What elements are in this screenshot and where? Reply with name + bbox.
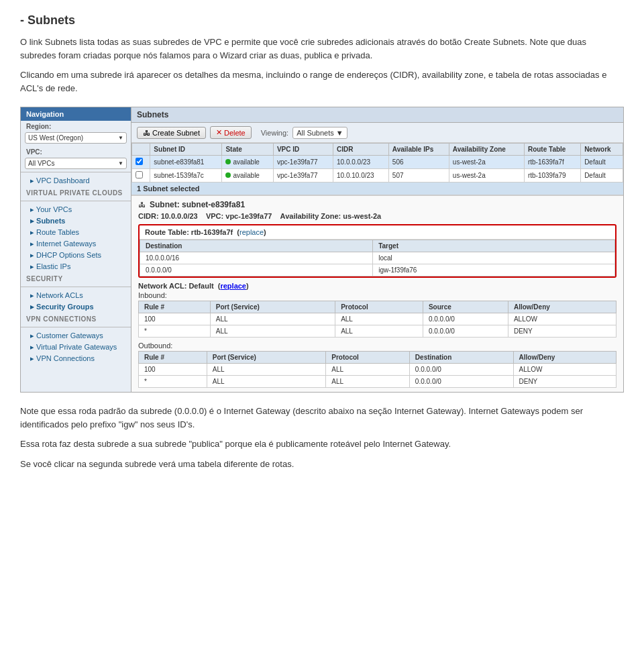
nav-link-security-groups[interactable]: ▸ Security Groups xyxy=(21,301,131,313)
nav-link-vpn-connections[interactable]: ▸ VPN Connections xyxy=(21,353,131,364)
rt-cell: 0.0.0.0/0 xyxy=(140,264,373,276)
col-header: Subnet ID xyxy=(150,144,222,156)
route-table-inner: DestinationTarget 10.0.0.0/16local0.0.0.… xyxy=(140,240,615,276)
footer-paragraph-2: Essa rota faz desta subrede a sua subred… xyxy=(20,437,624,451)
table-cell: subnet-1539fa7c xyxy=(150,169,222,183)
nav-section-title: VIRTUAL PRIVATE CLOUDS xyxy=(21,187,131,198)
delete-button[interactable]: ✕ Delete xyxy=(210,126,252,139)
table-cell: rtb-1639fa7f xyxy=(524,156,580,169)
nav-link-route-tables[interactable]: ▸ Route Tables xyxy=(21,227,131,238)
nav-link-dhcp-options-sets[interactable]: ▸ DHCP Options Sets xyxy=(21,250,131,261)
route-table-replace-link[interactable]: replace xyxy=(239,228,264,236)
col-header: Route Table xyxy=(524,144,580,156)
table-cell: 506 xyxy=(388,156,449,169)
route-table-header: Route Table: rtb-1639fa7f (replace) xyxy=(140,225,615,240)
page-title: - Subnets xyxy=(20,13,624,28)
rt-cell: local xyxy=(373,252,615,264)
inbound-label: Inbound: xyxy=(138,291,616,299)
inbound-cell: DENY xyxy=(508,325,616,338)
table-cell: vpc-1e39fa77 xyxy=(273,169,333,183)
nav-link-vpc-dashboard[interactable]: ▸ VPC Dashboard xyxy=(21,175,131,187)
selected-row-indicator: 1 Subnet selected xyxy=(131,183,623,195)
acl-replace-link[interactable]: replace xyxy=(220,282,246,290)
toolbar: 🖧 Create Subnet ✕ Delete Viewing: All Su… xyxy=(131,123,623,143)
footer-paragraph-3: Se você clicar na segunda subrede verá u… xyxy=(20,458,624,471)
outbound-cell: ALL xyxy=(326,364,410,376)
nav-link-your-vpcs[interactable]: ▸ Your VPCs xyxy=(21,204,131,215)
table-cell: subnet-e839fa81 xyxy=(150,156,222,169)
route-table-box: Route Table: rtb-1639fa7f (replace) Dest… xyxy=(138,224,616,278)
navigation-panel: Navigation Region: US West (Oregon) ▼ VP… xyxy=(21,107,131,392)
inbound-cell: 0.0.0.0/0 xyxy=(423,313,508,325)
detail-subtitle: CIDR: 10.0.0.0/23 VPC: vpc-1e39fa77 Avai… xyxy=(138,212,616,220)
inbound-cell: ALL xyxy=(210,325,335,338)
rt-col-header: Target xyxy=(373,240,615,252)
vpc-label: VPC: xyxy=(21,146,131,156)
table-cell: 10.0.0.0/23 xyxy=(333,156,389,169)
region-dropdown[interactable]: US West (Oregon) ▼ xyxy=(25,132,127,144)
subnet-icon: 🖧 xyxy=(138,201,146,209)
detail-title: Subnet: subnet-e839fa81 xyxy=(150,200,245,209)
viewing-value: All Subnets xyxy=(297,129,334,137)
inbound-cell: ALL xyxy=(335,313,423,325)
nav-link-elastic-ips[interactable]: ▸ Elastic IPs xyxy=(21,261,131,272)
viewing-dropdown[interactable]: All Subnets ▼ xyxy=(292,127,347,139)
col-header: Available IPs xyxy=(388,144,449,156)
intro-paragraph-2: Clicando em uma subrede irá aparecer os … xyxy=(20,68,624,95)
inbound-cell: ALLOW xyxy=(508,313,616,325)
intro-paragraph-1: O link Subnets lista todas as suas subre… xyxy=(20,36,624,62)
chevron-down-icon-vpc: ▼ xyxy=(118,160,123,166)
table-row[interactable]: subnet-1539fa7cavailablevpc-1e39fa7710.0… xyxy=(132,169,623,183)
outbound-row: *ALLALL0.0.0.0/0DENY xyxy=(139,376,616,388)
table-cell: us-west-2a xyxy=(449,169,524,183)
vpc-dropdown[interactable]: All VPCs ▼ xyxy=(25,158,127,169)
row-checkbox[interactable] xyxy=(132,169,150,183)
outbound-col-header: Protocol xyxy=(326,352,410,364)
inbound-cell: ALL xyxy=(335,325,423,338)
inbound-cell: * xyxy=(139,325,211,338)
inbound-cell: 0.0.0.0/0 xyxy=(423,325,508,338)
outbound-cell: 0.0.0.0/0 xyxy=(409,364,513,376)
col-header: VPC ID xyxy=(273,144,333,156)
col-header: State xyxy=(222,144,273,156)
detail-subnet-name: subnet-e839fa81 xyxy=(182,200,245,209)
subnets-table: Subnet IDStateVPC IDCIDRAvailable IPsAva… xyxy=(131,143,623,183)
nav-section-title: VPN CONNECTIONS xyxy=(21,313,131,324)
outbound-table: Rule #Port (Service)ProtocolDestinationA… xyxy=(138,351,616,388)
row-checkbox[interactable] xyxy=(132,156,150,169)
plus-icon: 🖧 xyxy=(143,129,150,137)
delete-label: Delete xyxy=(224,129,246,137)
table-row[interactable]: subnet-e839fa81availablevpc-1e39fa7710.0… xyxy=(132,156,623,169)
nav-link-customer-gateways[interactable]: ▸ Customer Gateways xyxy=(21,330,131,342)
create-subnet-label: Create Subnet xyxy=(152,129,200,137)
az-detail-label: Availability Zone: xyxy=(280,212,341,220)
chevron-down-icon-viewing: ▼ xyxy=(336,129,343,137)
rt-cell: 10.0.0.0/16 xyxy=(140,252,373,264)
outbound-cell: 0.0.0.0/0 xyxy=(409,376,513,388)
region-value: US West (Oregon) xyxy=(28,134,83,142)
route-table-row: 0.0.0.0/0igw-1f39fa76 xyxy=(140,264,615,276)
outbound-cell: ALL xyxy=(326,376,410,388)
nav-link-network-acls[interactable]: ▸ Network ACLs xyxy=(21,290,131,301)
table-cell: vpc-1e39fa77 xyxy=(273,156,333,169)
col-header xyxy=(132,144,150,156)
vpc-detail-label: VPC: xyxy=(206,212,223,220)
table-cell: 507 xyxy=(388,169,449,183)
col-header: Network xyxy=(581,144,623,156)
outbound-cell: ALLOW xyxy=(513,364,616,376)
create-subnet-button[interactable]: 🖧 Create Subnet xyxy=(137,127,206,139)
outbound-cell: 100 xyxy=(139,364,207,376)
inbound-cell: ALL xyxy=(210,313,335,325)
inbound-table: Rule #Port (Service)ProtocolSourceAllow/… xyxy=(138,301,616,338)
route-table-row: 10.0.0.0/16local xyxy=(140,252,615,264)
viewing-label: Viewing: xyxy=(261,129,288,137)
rt-cell: igw-1f39fa76 xyxy=(373,264,615,276)
outbound-cell: ALL xyxy=(207,376,326,388)
rt-col-header: Destination xyxy=(140,240,373,252)
delete-icon: ✕ xyxy=(216,128,222,137)
nav-link-internet-gateways[interactable]: ▸ Internet Gateways xyxy=(21,238,131,250)
cidr-label: CIDR: xyxy=(138,212,159,220)
nav-link-subnets[interactable]: ▸ Subnets xyxy=(21,215,131,227)
nav-link-virtual-private-gateways[interactable]: ▸ Virtual Private Gateways xyxy=(21,342,131,353)
table-cell: Default xyxy=(581,156,623,169)
